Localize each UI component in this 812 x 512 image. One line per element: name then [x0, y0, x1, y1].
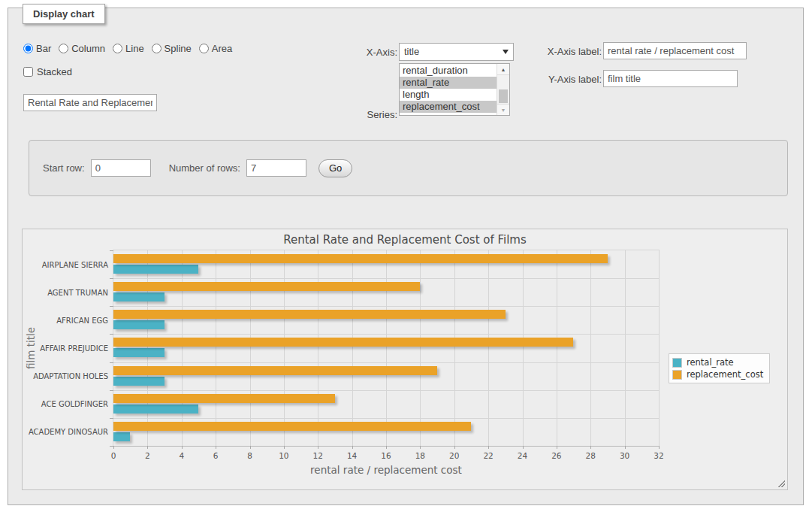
series-option-replacement-cost[interactable]: replacement_cost [400, 101, 497, 113]
scroll-up-icon[interactable]: ▲ [497, 64, 509, 75]
series-option-rental-rate[interactable]: rental_rate [400, 77, 497, 89]
x-tick-mark [250, 446, 251, 449]
radio-column[interactable]: Column [59, 43, 105, 54]
y-tick-mark [110, 418, 113, 419]
chart-title-input[interactable] [23, 94, 157, 111]
start-row-input[interactable] [91, 159, 151, 177]
radio-bar-label: Bar [36, 43, 51, 54]
x-axis-label-caption: X-Axis label: [533, 46, 602, 57]
scrollbar-thumb[interactable] [499, 89, 508, 103]
radio-spline-input[interactable] [152, 44, 161, 53]
legend-row: replacement_cost [672, 368, 763, 380]
page: Display chart Bar Column Line Spline Are… [0, 0, 812, 512]
plot-area: 02468101214161820222426283032AIRPLANE SI… [113, 250, 660, 447]
legend-label: replacement_cost [687, 369, 763, 380]
x-tick-label: 26 [551, 451, 561, 460]
radio-line-label: Line [125, 43, 144, 54]
bar-rental_rate [113, 377, 165, 386]
num-rows-input[interactable] [246, 159, 306, 177]
y-category-label: AFFAIR PREJUDICE [40, 344, 108, 353]
x-tick-mark [147, 446, 148, 449]
y-axis-title: film title [25, 327, 37, 369]
gridline-vertical [216, 250, 216, 446]
resize-handle-icon[interactable] [777, 479, 785, 487]
y-tick-mark [110, 306, 113, 307]
bar-rental_rate [113, 404, 198, 414]
series-option-rental-duration[interactable]: rental_duration [400, 65, 497, 77]
radio-bar-input[interactable] [23, 44, 33, 53]
x-tick-label: 14 [347, 451, 357, 460]
x-tick-label: 22 [483, 451, 493, 460]
radio-spline-label: Spline [165, 43, 192, 54]
bar-replacement_cost [113, 366, 437, 375]
gridline-vertical [488, 250, 489, 446]
x-axis-title: rental rate / replacement cost [113, 464, 660, 476]
series-options: rental_duration rental_rate length repla… [400, 65, 497, 113]
go-button[interactable]: Go [318, 159, 352, 177]
y-tick-mark [110, 446, 113, 447]
x-tick-mark [113, 446, 114, 449]
bar-rental_rate [113, 292, 165, 301]
radio-line[interactable]: Line [113, 43, 144, 54]
radio-area-input[interactable] [199, 44, 209, 53]
x-tick-label: 0 [111, 451, 116, 460]
x-tick-label: 20 [449, 451, 459, 460]
scroll-down-icon[interactable]: ▼ [497, 104, 509, 115]
chart-type-radios: Bar Column Line Spline Area [23, 43, 232, 54]
x-tick-mark [523, 446, 524, 449]
x-tick-label: 6 [213, 451, 219, 460]
display-chart-fieldset: Display chart Bar Column Line Spline Are… [8, 8, 804, 505]
series-list-scrollbar[interactable]: ▲ ▼ [497, 64, 509, 115]
chart-legend: rental_ratereplacement_cost [669, 353, 770, 383]
gridline-vertical [250, 250, 251, 446]
gridline-vertical [420, 250, 421, 446]
x-tick-label: 32 [654, 451, 663, 460]
bar-replacement_cost [113, 310, 506, 319]
radio-bar[interactable]: Bar [23, 43, 51, 54]
radio-area[interactable]: Area [199, 43, 232, 54]
gridline-horizontal [113, 390, 659, 391]
chart-title: Rental Rate and Replacement Cost of Film… [23, 233, 787, 247]
x-tick-label: 8 [247, 451, 252, 460]
gridline-vertical [590, 250, 591, 446]
x-axis-select[interactable]: title [399, 43, 514, 61]
gridline-vertical [284, 250, 285, 446]
y-category-label: AIRPLANE SIERRA [42, 260, 108, 268]
gridline-horizontal [113, 362, 659, 363]
x-tick-mark [318, 446, 318, 449]
legend-row: rental_rate [672, 356, 763, 368]
gridline-vertical [523, 250, 524, 446]
chart-container: Rental Rate and Replacement Cost of Film… [22, 229, 788, 490]
gridline-vertical [318, 250, 318, 446]
series-list-label: Series: [330, 109, 397, 120]
bar-replacement_cost [113, 254, 608, 263]
radio-column-input[interactable] [59, 44, 68, 53]
bar-rental_rate [113, 432, 130, 441]
gridline-horizontal [113, 334, 659, 335]
fieldset-legend: Display chart [23, 4, 105, 24]
stacked-checkbox[interactable] [23, 67, 33, 77]
radio-spline[interactable]: Spline [152, 43, 192, 54]
x-tick-mark [659, 446, 660, 449]
x-tick-mark [590, 446, 591, 449]
x-tick-label: 16 [381, 451, 391, 460]
x-tick-mark [454, 446, 455, 449]
radio-line-input[interactable] [113, 44, 122, 53]
x-tick-label: 24 [518, 451, 527, 460]
x-axis-label-input[interactable] [603, 42, 747, 59]
gridline-horizontal [113, 306, 659, 307]
x-tick-mark [625, 446, 626, 449]
x-tick-label: 30 [620, 451, 629, 460]
x-tick-label: 18 [415, 451, 425, 460]
start-row-label: Start row: [43, 162, 85, 174]
gridline-horizontal [113, 278, 659, 279]
y-axis-label-input[interactable] [603, 70, 738, 87]
series-multiselect[interactable]: rental_duration rental_rate length repla… [399, 63, 510, 116]
x-tick-label: 28 [586, 451, 596, 460]
bar-rental_rate [113, 348, 165, 357]
x-tick-mark [216, 446, 216, 449]
series-option-length[interactable]: length [400, 89, 497, 101]
rental_rate-swatch [672, 358, 682, 368]
stacked-checkbox-row[interactable]: Stacked [23, 66, 72, 77]
y-category-label: ADAPTATION HOLES [33, 372, 108, 380]
